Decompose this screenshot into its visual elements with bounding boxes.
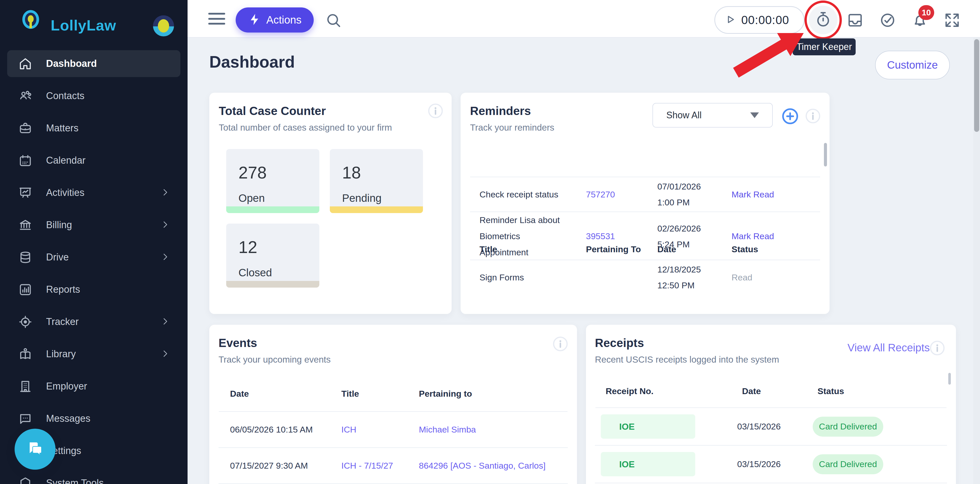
customize-button[interactable]: Customize xyxy=(875,51,950,79)
card-subtitle: Total number of cases assigned to your f… xyxy=(219,122,392,133)
event-pertaining-link[interactable]: Michael Simba xyxy=(419,425,568,434)
users-icon xyxy=(18,89,33,104)
sidebar-item-messages[interactable]: Messages xyxy=(7,405,180,432)
sidebar-item-tracker[interactable]: Tracker xyxy=(7,308,180,335)
col-status: Status xyxy=(818,386,940,396)
reminder-time: 1:00 PM xyxy=(657,197,690,207)
pending-bar xyxy=(330,206,423,213)
search-button[interactable] xyxy=(325,11,342,29)
card-title: Receipts xyxy=(595,336,779,350)
pertaining-link[interactable]: 757270 xyxy=(586,190,657,200)
page-scrollbar[interactable] xyxy=(974,38,980,484)
chevron-right-icon xyxy=(160,219,170,231)
pending-cases-tile: 18 Pending xyxy=(330,149,423,213)
event-pertaining-link[interactable]: 864296 [AOS - Santiago, Carlos] xyxy=(419,461,568,471)
table-row[interactable]: Sign Forms 12/18/202512:50 PM Read xyxy=(470,260,820,289)
sidebar-item-system-tools[interactable]: System Tools xyxy=(7,470,180,484)
pending-label: Pending xyxy=(342,192,382,204)
pertaining-link[interactable]: 395531 xyxy=(586,231,657,241)
open-count: 278 xyxy=(239,163,267,182)
status-badge: Card Delivered xyxy=(813,454,883,474)
sidebar-item-label: Calendar xyxy=(46,155,86,166)
chevron-right-icon xyxy=(160,316,170,327)
sidebar-item-label: Tracker xyxy=(46,316,78,327)
receipts-table-header: Receipt No. Date Status xyxy=(606,386,940,396)
sidebar-item-calendar[interactable]: Calendar xyxy=(7,147,180,174)
events-card: Events Track your upcoming events Date T… xyxy=(209,325,577,484)
info-icon[interactable] xyxy=(551,335,570,353)
event-date: 06/05/2026 10:15 AM xyxy=(230,425,341,434)
col-title: Title xyxy=(341,389,419,399)
receipt-number-chip[interactable]: IOE xyxy=(601,452,695,476)
table-row[interactable]: Check receipt status 757270 07/01/20261:… xyxy=(470,177,820,212)
sidebar-item-billing[interactable]: Billing xyxy=(7,211,180,238)
event-title-link[interactable]: ICH - 7/15/27 xyxy=(341,461,419,471)
mark-read-link[interactable]: Mark Read xyxy=(732,190,820,200)
timer-widget[interactable]: 00:00:00 xyxy=(714,6,805,34)
sidebar-item-label: Billing xyxy=(46,219,72,230)
actions-button[interactable]: Actions xyxy=(235,8,314,32)
chevron-right-icon xyxy=(160,348,170,360)
card-subtitle: Track your upcoming events xyxy=(218,355,331,365)
closed-label: Closed xyxy=(239,267,272,279)
menu-toggle-button[interactable] xyxy=(208,13,225,25)
reminders-filter-select[interactable]: Show All xyxy=(652,103,773,128)
table-row[interactable]: Reminder Lisa about Biometrics Appointme… xyxy=(470,212,820,260)
table-row[interactable]: 06/05/2026 10:15 AM ICH Michael Simba xyxy=(218,412,568,448)
target-icon xyxy=(18,315,33,329)
col-date: Date xyxy=(742,386,818,396)
sidebar-item-drive[interactable]: Drive xyxy=(7,244,180,271)
sidebar-item-label: Reports xyxy=(46,284,80,295)
sidebar-item-label: Dashboard xyxy=(46,58,97,69)
avatar[interactable] xyxy=(153,15,174,36)
table-row[interactable]: 07/15/2027 9:30 AM ICH - 7/15/27 864296 … xyxy=(218,448,568,484)
info-icon[interactable] xyxy=(928,339,946,357)
sidebar-item-employer[interactable]: Employer xyxy=(7,373,180,400)
bank-icon xyxy=(18,218,33,233)
card-title: Events xyxy=(218,336,331,350)
page-scrollbar-thumb[interactable] xyxy=(974,39,979,132)
receipt-number-chip[interactable]: IOE xyxy=(601,414,695,439)
status-badge: Card Delivered xyxy=(813,417,883,437)
col-pertaining: Pertaining to xyxy=(419,389,562,399)
table-row[interactable]: IOE 03/15/2026 Card Delivered xyxy=(595,408,947,446)
col-receipt-no: Receipt No. xyxy=(606,386,742,396)
sidebar-item-dashboard[interactable]: Dashboard xyxy=(7,50,180,77)
receipts-table-body[interactable]: IOE 03/15/2026 Card Delivered IOE 03/15/… xyxy=(595,408,947,484)
brand-name: LollyLaw xyxy=(51,17,116,34)
reminder-time: 5:24 PM xyxy=(657,240,690,249)
info-icon[interactable] xyxy=(426,102,444,120)
play-icon[interactable] xyxy=(724,13,737,27)
add-reminder-button[interactable] xyxy=(781,107,799,126)
sidebar-item-contacts[interactable]: Contacts xyxy=(7,83,180,109)
event-title-link[interactable]: ICH xyxy=(341,425,419,434)
card-scrollbar[interactable] xyxy=(948,373,951,385)
fullscreen-button[interactable] xyxy=(943,11,961,29)
total-case-counter-card: Total Case Counter Total number of cases… xyxy=(209,93,452,314)
table-row[interactable]: IOE 03/15/2026 Card Delivered xyxy=(595,446,947,483)
inbox-button[interactable] xyxy=(846,11,864,29)
mark-read-link[interactable]: Mark Read xyxy=(732,231,820,241)
bar-chart-icon xyxy=(18,282,33,297)
view-all-receipts-link[interactable]: View All Receipts xyxy=(848,342,930,354)
chat-icon xyxy=(18,411,33,426)
brand-logo[interactable]: LollyLaw xyxy=(19,9,116,41)
card-scrollbar[interactable] xyxy=(824,143,827,166)
sidebar-item-label: Activities xyxy=(46,187,84,198)
open-cases-tile: 278 Open xyxy=(226,149,319,213)
info-icon[interactable] xyxy=(804,107,822,125)
sidebar-item-label: Contacts xyxy=(46,90,84,101)
events-table-body[interactable]: 06/05/2026 10:15 AM ICH Michael Simba 07… xyxy=(218,412,568,484)
closed-bar xyxy=(226,281,319,288)
closed-cases-tile: 12 Closed xyxy=(226,224,319,288)
tasks-check-button[interactable] xyxy=(879,11,897,29)
sidebar-item-matters[interactable]: Matters xyxy=(7,115,180,142)
sidebar-item-library[interactable]: Library xyxy=(7,340,180,367)
chat-bubbles-icon xyxy=(24,438,46,460)
sidebar-item-reports[interactable]: Reports xyxy=(7,276,180,303)
reminders-card: Reminders Track your reminders Show All … xyxy=(461,93,830,314)
timer-keeper-button[interactable] xyxy=(809,6,837,34)
reminders-table-body[interactable]: Check receipt status 757270 07/01/20261:… xyxy=(470,177,820,289)
support-chat-fab[interactable] xyxy=(14,429,56,470)
sidebar-item-activities[interactable]: Activities xyxy=(7,179,180,206)
